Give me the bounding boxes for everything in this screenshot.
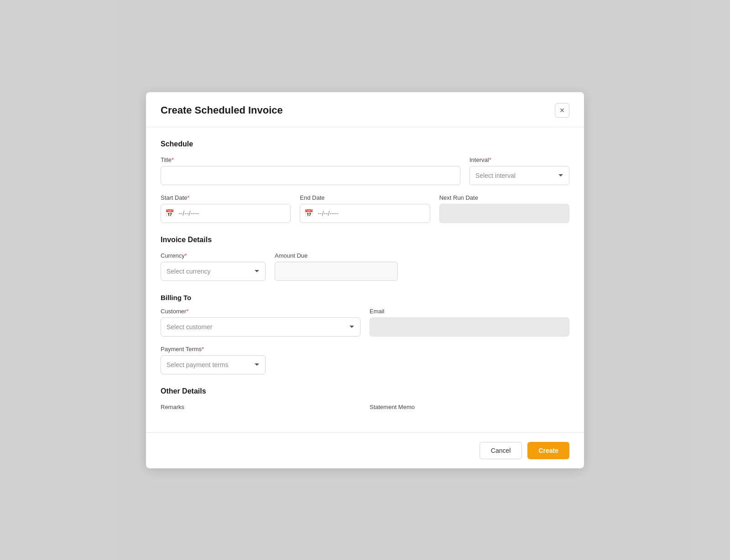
- currency-label: Currency*: [161, 252, 266, 259]
- invoice-details-title: Invoice Details: [161, 236, 569, 244]
- title-input[interactable]: [161, 166, 460, 185]
- remarks-group: Remarks: [161, 404, 360, 410]
- payment-terms-label: Payment Terms*: [161, 346, 266, 353]
- modal-footer: Cancel Create: [146, 432, 584, 468]
- modal-title: Create Scheduled Invoice: [161, 104, 283, 116]
- remarks-label: Remarks: [161, 404, 360, 410]
- payment-terms-group: Payment Terms* Select payment terms Net …: [161, 346, 266, 374]
- dates-row: Start Date* 📅 End Date 📅: [161, 194, 569, 223]
- start-date-group: Start Date* 📅: [161, 194, 291, 223]
- customer-email-row: Customer* Select customer Email: [161, 308, 569, 337]
- start-date-wrapper: 📅: [161, 204, 291, 223]
- other-details-title: Other Details: [161, 387, 569, 395]
- billing-to-title: Billing To: [161, 294, 569, 301]
- start-date-label: Start Date*: [161, 194, 291, 201]
- interval-group: Interval* Select interval Weekly Monthly…: [469, 156, 569, 185]
- next-run-date-input: [439, 204, 569, 223]
- currency-select[interactable]: Select currency USD EUR GBP PHP: [161, 262, 266, 281]
- schedule-section-title: Schedule: [161, 140, 569, 148]
- modal-header: Create Scheduled Invoice ×: [146, 92, 584, 127]
- customer-select[interactable]: Select customer: [161, 317, 360, 337]
- next-run-date-label: Next Run Date: [439, 194, 569, 201]
- modal-container: Create Scheduled Invoice × Schedule Titl…: [146, 92, 584, 468]
- other-details-section: Other Details Remarks Statement Memo: [161, 387, 569, 410]
- title-group: Title*: [161, 156, 460, 185]
- start-date-input[interactable]: [161, 204, 291, 223]
- payment-terms-row: Payment Terms* Select payment terms Net …: [161, 346, 569, 374]
- billing-to-section: Billing To Customer* Select customer Ema…: [161, 294, 569, 374]
- email-input: [370, 317, 569, 337]
- title-label: Title*: [161, 156, 460, 163]
- end-date-wrapper: 📅: [300, 204, 430, 223]
- statement-memo-label: Statement Memo: [370, 404, 569, 410]
- close-icon: ×: [560, 106, 565, 114]
- end-date-input[interactable]: [300, 204, 430, 223]
- currency-group: Currency* Select currency USD EUR GBP PH…: [161, 252, 266, 281]
- schedule-section: Schedule Title* Interval* Se: [161, 140, 569, 223]
- email-label: Email: [370, 308, 569, 315]
- currency-amount-row: Currency* Select currency USD EUR GBP PH…: [161, 252, 569, 281]
- modal-overlay: Create Scheduled Invoice × Schedule Titl…: [0, 0, 730, 560]
- payment-terms-select[interactable]: Select payment terms Net 15 Net 30 Net 6…: [161, 355, 266, 374]
- amount-due-label: Amount Due: [275, 252, 398, 259]
- email-group: Email: [370, 308, 569, 337]
- end-date-group: End Date 📅: [300, 194, 430, 223]
- statement-memo-group: Statement Memo: [370, 404, 569, 410]
- customer-label: Customer*: [161, 308, 360, 315]
- interval-select[interactable]: Select interval Weekly Monthly Quarterly…: [469, 166, 569, 185]
- amount-due-input[interactable]: 0.00: [275, 262, 398, 281]
- close-button[interactable]: ×: [555, 103, 569, 118]
- end-date-label: End Date: [300, 194, 430, 201]
- interval-label: Interval*: [469, 156, 569, 163]
- modal-body: Schedule Title* Interval* Se: [146, 127, 584, 432]
- invoice-details-section: Invoice Details Currency* Select currenc…: [161, 236, 569, 281]
- amount-due-group: Amount Due 0.00: [275, 252, 398, 281]
- customer-group: Customer* Select customer: [161, 308, 360, 337]
- remarks-memo-row: Remarks Statement Memo: [161, 404, 569, 410]
- create-button[interactable]: Create: [527, 442, 569, 459]
- title-interval-row: Title* Interval* Select interval Weekly …: [161, 156, 569, 185]
- cancel-button[interactable]: Cancel: [480, 442, 522, 459]
- next-run-date-group: Next Run Date: [439, 194, 569, 223]
